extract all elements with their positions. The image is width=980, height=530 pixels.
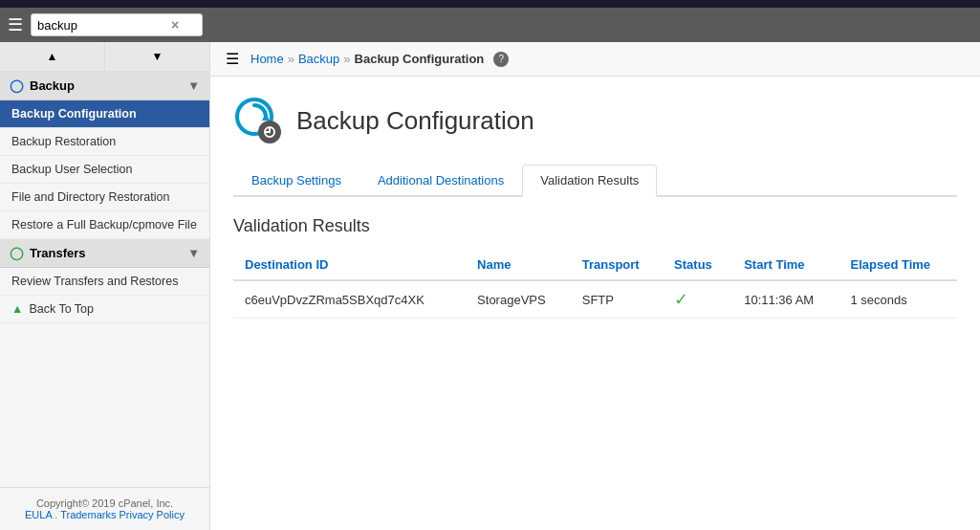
sidebar-group-backup-label: Backup xyxy=(30,78,75,93)
cell-destination-id: c6euVpDvzZRma5SBXqd7c4XK xyxy=(233,280,466,319)
sidebar: ▲ ▼ ◯ Backup ▼ Backup Configuration Back… xyxy=(0,42,210,530)
transfers-group-expand-icon: ▼ xyxy=(187,246,200,260)
col-header-elapsed-time: Elapsed Time xyxy=(839,250,958,280)
main-layout: ▲ ▼ ◯ Backup ▼ Backup Configuration Back… xyxy=(0,42,980,530)
sidebar-group-backup[interactable]: ◯ Backup ▼ xyxy=(0,72,209,100)
backup-group-icon: ◯ xyxy=(10,78,24,93)
col-header-destination-id: Destination ID xyxy=(233,250,466,280)
privacy-policy-link[interactable]: Privacy Policy xyxy=(120,509,185,520)
page-title: Backup Configuration xyxy=(296,106,534,136)
breadcrumb-sep-1: » xyxy=(288,52,294,66)
table-header-row: Destination ID Name Transport Status Sta… xyxy=(233,250,957,280)
trademarks-link[interactable]: Trademarks xyxy=(60,509,116,520)
page-content: Backup Configuration Backup Settings Add… xyxy=(210,77,980,338)
sidebar-item-backup-user-selection[interactable]: Backup User Selection xyxy=(0,156,209,184)
status-check-icon: ✓ xyxy=(674,290,688,309)
col-header-transport: Transport xyxy=(571,250,663,280)
col-header-name: Name xyxy=(466,250,571,280)
tab-validation-results[interactable]: Validation Results xyxy=(522,165,657,197)
tabs: Backup Settings Additional Destinations … xyxy=(233,165,957,197)
help-icon[interactable]: ? xyxy=(493,52,509,67)
search-area: ☰ × xyxy=(0,8,980,42)
sidebar-footer-links: EULA . Trademarks Privacy Policy xyxy=(10,509,200,520)
top-bar xyxy=(0,0,980,8)
sidebar-item-review-transfers[interactable]: Review Transfers and Restores xyxy=(0,268,209,296)
col-header-start-time: Start Time xyxy=(732,250,838,280)
breadcrumb-current: Backup Configuration xyxy=(355,52,485,66)
back-to-top-icon: ▲ xyxy=(11,302,23,316)
content-area: ☰ Home » Backup » Backup Configuration ?… xyxy=(210,42,980,530)
cell-status: ✓ xyxy=(663,280,732,319)
eula-link[interactable]: EULA xyxy=(25,509,52,520)
sidebar-group-transfers[interactable]: ◯ Transfers ▼ xyxy=(0,239,209,268)
results-table: Destination ID Name Transport Status Sta… xyxy=(233,250,957,319)
col-header-status: Status xyxy=(663,250,732,280)
sidebar-item-file-directory-restoration[interactable]: File and Directory Restoration xyxy=(0,184,209,211)
table-row: c6euVpDvzZRma5SBXqd7c4XK StorageVPS SFTP… xyxy=(233,280,957,319)
back-to-top-label: Back To Top xyxy=(29,302,94,316)
sidebar-item-backup-configuration[interactable]: Backup Configuration xyxy=(0,100,209,128)
cell-start-time: 10:11:36 AM xyxy=(732,280,838,319)
svg-marker-1 xyxy=(262,113,270,121)
cell-name: StorageVPS xyxy=(466,280,571,319)
sidebar-nav-arrows: ▲ ▼ xyxy=(0,42,209,72)
breadcrumb-bar: ☰ Home » Backup » Backup Configuration ? xyxy=(210,42,980,77)
sidebar-copyright: Copyright© 2019 cPanel, Inc. xyxy=(10,497,200,509)
nav-up-button[interactable]: ▲ xyxy=(0,42,105,71)
sidebar-group-transfers-label: Transfers xyxy=(30,246,86,260)
page-header: Backup Configuration xyxy=(233,96,957,145)
sidebar-footer: Copyright© 2019 cPanel, Inc. EULA . Trad… xyxy=(0,487,209,530)
nav-down-button[interactable]: ▼ xyxy=(105,42,209,71)
search-clear-icon[interactable]: × xyxy=(171,17,179,33)
search-input-wrapper: × xyxy=(31,13,203,36)
transfers-group-icon: ◯ xyxy=(10,246,24,260)
hamburger-icon[interactable]: ☰ xyxy=(8,14,23,35)
hamburger-content-icon[interactable]: ☰ xyxy=(226,50,239,68)
breadcrumb-sep-2: » xyxy=(343,52,350,66)
breadcrumb-home[interactable]: Home xyxy=(250,52,284,66)
tab-additional-destinations[interactable]: Additional Destinations xyxy=(359,165,522,197)
search-input[interactable] xyxy=(37,18,171,33)
tab-backup-settings[interactable]: Backup Settings xyxy=(233,165,359,197)
sidebar-item-backup-restoration[interactable]: Backup Restoration xyxy=(0,128,209,156)
cell-transport: SFTP xyxy=(571,280,663,319)
section-title: Validation Results xyxy=(233,216,957,236)
sidebar-item-back-to-top[interactable]: ▲ Back To Top xyxy=(0,296,209,323)
backup-group-expand-icon: ▼ xyxy=(187,78,200,93)
cell-elapsed-time: 1 seconds xyxy=(839,280,958,319)
breadcrumb-backup[interactable]: Backup xyxy=(298,52,339,66)
backup-config-icon xyxy=(233,96,283,145)
sidebar-item-restore-full-backup[interactable]: Restore a Full Backup/cpmove File xyxy=(0,211,209,239)
